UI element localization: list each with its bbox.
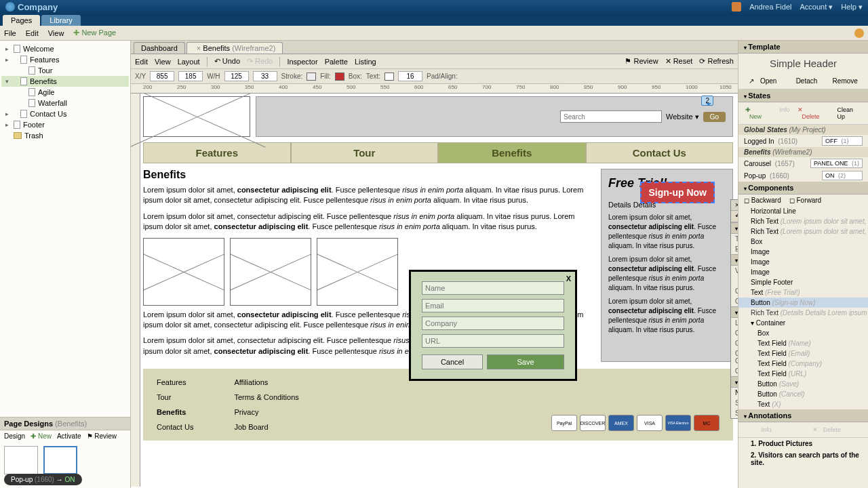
state-delete[interactable]: ✕ Delete [793, 105, 833, 121]
comp-rt1[interactable]: Rich Text (Lorem ipsum dolor sit amet, c… [738, 216, 868, 226]
tree-features[interactable]: Features [1, 54, 129, 65]
modal-company[interactable] [422, 317, 564, 330]
help-link[interactable]: Help ▾ [841, 3, 863, 12]
footer-contact[interactable]: Contact Us [157, 423, 193, 431]
comp-tf-name[interactable]: Text Field (Name) [738, 338, 868, 348]
tb-undo[interactable]: ↶ Undo [214, 57, 240, 66]
comp-container[interactable]: ▾ Container [738, 318, 868, 328]
menu-file[interactable]: File [4, 29, 16, 37]
canvas[interactable]: Website ▾ Go 2 Features Tour Benefits Co… [131, 94, 738, 487]
footer-tour[interactable]: Tour [157, 393, 193, 401]
user-link[interactable]: Andrea Fidel [749, 3, 791, 11]
annotation-1[interactable]: 1. Product Pictures [738, 438, 868, 449]
tb-reset[interactable]: ✕ Reset [665, 57, 693, 66]
modal-url[interactable] [422, 334, 564, 348]
inspector-close[interactable]: × [735, 201, 738, 209]
doctab-benefits[interactable]: × Benefits (Wireframe2) [186, 42, 283, 54]
navtab-tour[interactable]: Tour [291, 142, 439, 163]
state-popup-select[interactable]: ON (2) [822, 171, 863, 180]
text-swatch[interactable] [384, 73, 394, 81]
comp-btn-save[interactable]: Button (Save) [738, 379, 868, 389]
state-info[interactable]: Info [775, 105, 793, 121]
tb-layout[interactable]: Layout [178, 58, 200, 66]
signup-button[interactable]: Sign-up Now [640, 182, 715, 203]
stroke-swatch[interactable] [307, 73, 316, 81]
comp-tf-email[interactable]: Text Field (Email) [738, 348, 868, 359]
wire-go-button[interactable]: Go [703, 112, 726, 122]
tab-pages[interactable]: Pages [3, 15, 40, 26]
account-link[interactable]: Account ▾ [800, 3, 833, 12]
comp-btn-cancel[interactable]: Button (Cancel) [738, 389, 868, 399]
comp-box2[interactable]: Box [738, 328, 868, 338]
tree-trash[interactable]: Trash [1, 130, 129, 141]
state-logged-select[interactable]: OFF (1) [822, 136, 863, 146]
modal-save[interactable]: Save [487, 354, 564, 369]
tb-listing[interactable]: Listing [355, 58, 376, 66]
tb-inspector[interactable]: Inspector [287, 58, 317, 66]
fill-swatch[interactable] [335, 73, 344, 81]
comp-tf-url[interactable]: Text Field (URL) [738, 369, 868, 379]
state-carousel-select[interactable]: PANEL ONE (1) [810, 159, 863, 168]
navtab-contact[interactable]: Contact Us [586, 142, 734, 163]
comp-rt2[interactable]: Rich Text (Lorem ipsum dolor sit amet, c… [738, 226, 868, 237]
callout-2[interactable]: 2 [701, 96, 713, 106]
modal-cancel[interactable]: Cancel [422, 354, 483, 369]
comp-forward[interactable]: ◻ Forward [789, 197, 821, 204]
tree-welcome[interactable]: Welcome [1, 43, 129, 54]
company-logo[interactable]: Company [5, 2, 58, 12]
comp-footer[interactable]: Simple Footer [738, 277, 868, 287]
footer-jobs[interactable]: Job Board [234, 423, 298, 431]
tree-benefits[interactable]: Benefits [1, 76, 129, 87]
help-icon[interactable] [854, 28, 864, 38]
comp-button-signup[interactable]: Button (Sign-up Now) [738, 298, 868, 308]
comp-box[interactable]: Box [738, 237, 868, 247]
tpl-detach[interactable]: Detach [792, 76, 822, 86]
wire-header-bar[interactable]: Website ▾ Go 2 [256, 96, 733, 137]
wire-search-input[interactable] [560, 110, 662, 123]
new-page-button[interactable]: New Page [73, 28, 116, 37]
pd-activate[interactable]: Activate [57, 432, 81, 440]
menu-edit[interactable]: Edit [26, 29, 39, 37]
footer-benefits[interactable]: Benefits [157, 408, 193, 416]
tab-library[interactable]: Library [41, 15, 81, 26]
tb-palette[interactable]: Palette [325, 58, 348, 66]
comp-img3[interactable]: Image [738, 267, 868, 277]
modal-close[interactable]: X [566, 274, 571, 283]
pd-design[interactable]: Design [4, 432, 25, 440]
doctab-dashboard[interactable]: Dashboard [134, 42, 185, 54]
state-cleanup[interactable]: Clean Up [833, 105, 865, 121]
comp-img2[interactable]: Image [738, 257, 868, 267]
prop-y[interactable] [178, 71, 203, 81]
footer-privacy[interactable]: Privacy [234, 408, 298, 416]
comp-img1[interactable]: Image [738, 247, 868, 257]
prop-x[interactable] [150, 71, 174, 81]
footer-features[interactable]: Features [157, 378, 193, 386]
tb-redo[interactable]: ↷ Redo [247, 57, 273, 66]
wire-logo-placeholder[interactable] [143, 96, 250, 137]
comp-text-trial[interactable]: Text (Free Trial!) [738, 287, 868, 298]
tree-tour[interactable]: Tour [1, 65, 129, 76]
comp-rt3[interactable]: Rich Text (Details Details Lorem ipsum d… [738, 308, 868, 318]
comp-text-x[interactable]: Text (X) [738, 399, 868, 409]
wire-image-1[interactable] [143, 238, 224, 306]
footer-terms[interactable]: Terms & Conditions [234, 393, 298, 401]
tb-edit[interactable]: Edit [135, 58, 148, 66]
comp-backward[interactable]: ◻ Backward [744, 197, 781, 204]
footer-affiliations[interactable]: Affiliations [234, 378, 298, 386]
tb-view[interactable]: View [155, 58, 171, 66]
navtab-benefits[interactable]: Benefits [438, 142, 586, 163]
menu-view[interactable]: View [48, 29, 64, 37]
tb-review[interactable]: ⚑ Review [625, 57, 658, 66]
tree-agile[interactable]: Agile [1, 87, 129, 98]
tree-footer[interactable]: Footer [1, 119, 129, 130]
prop-w[interactable] [224, 71, 249, 81]
tree-waterfall[interactable]: Waterfall [1, 98, 129, 108]
navtab-features[interactable]: Features [143, 142, 291, 163]
annotation-2[interactable]: 2. Visitors can search parts of the site… [738, 449, 868, 468]
pd-new[interactable]: ✚ New [31, 432, 52, 440]
prop-fontsize[interactable] [398, 71, 422, 81]
wire-image-3[interactable] [317, 238, 398, 306]
comp-hline[interactable]: Horizontal Line [738, 206, 868, 216]
pd-review[interactable]: ⚑ Review [87, 432, 117, 440]
comp-tf-company[interactable]: Text Field (Company) [738, 359, 868, 369]
